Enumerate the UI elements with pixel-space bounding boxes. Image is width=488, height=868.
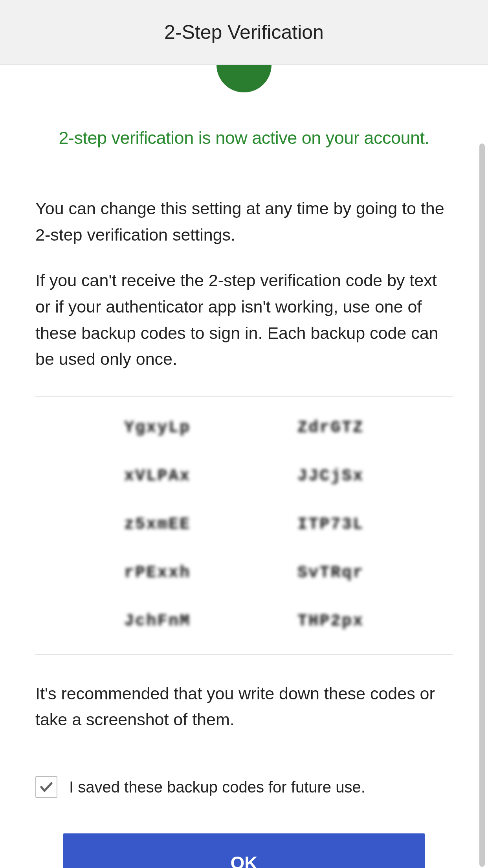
dialog-header: 2-Step Verification [0, 0, 488, 65]
backup-code: rPExxh [83, 563, 232, 582]
success-message: 2-step verification is now active on you… [35, 128, 453, 148]
scrollbar-thumb[interactable] [479, 143, 485, 867]
backup-code: ITP73L [256, 515, 405, 534]
dialog-title: 2-Step Verification [164, 21, 324, 44]
backup-code: THP2px [256, 612, 405, 631]
recommendation-text: It's recommended that you write down the… [35, 680, 453, 733]
backup-code: JJCjSx [256, 467, 405, 485]
backup-code: z5xmEE [83, 515, 232, 534]
backup-code: SvTRqr [256, 563, 405, 582]
content-scroll-area[interactable]: 2-step verification is now active on you… [0, 65, 488, 868]
content: 2-step verification is now active on you… [0, 65, 488, 868]
backup-code: ZdrGTZ [256, 418, 405, 437]
backup-codes-info-paragraph: If you can't receive the 2-step verifica… [35, 267, 453, 372]
backup-codes-grid: YgxyLp ZdrGTZ xVLPAx JJCjSx z5xmEE ITP73… [35, 418, 453, 631]
ok-button[interactable]: OK [63, 833, 425, 868]
backup-code: YgxyLp [83, 418, 232, 437]
divider-top [35, 396, 453, 397]
divider-bottom [35, 654, 453, 655]
saved-codes-checkbox-label: I saved these backup codes for future us… [69, 778, 365, 796]
settings-info-paragraph: You can change this setting at any time … [35, 195, 453, 248]
saved-codes-checkbox[interactable] [35, 776, 57, 798]
success-badge-icon [216, 65, 272, 92]
backup-code: xVLPAx [83, 467, 232, 485]
backup-code: JchFnM [83, 612, 232, 631]
saved-codes-checkbox-row: I saved these backup codes for future us… [35, 776, 453, 798]
checkmark-icon [39, 780, 54, 794]
